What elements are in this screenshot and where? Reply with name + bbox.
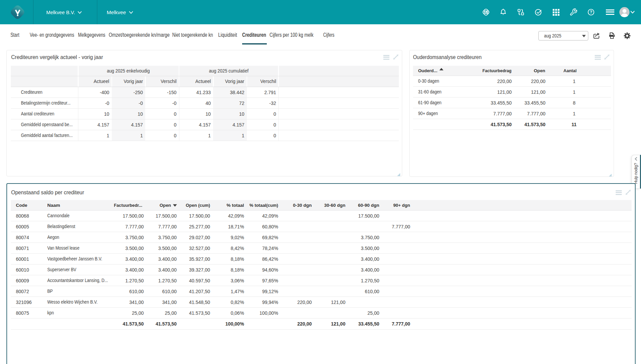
svg-text:?: ? (590, 10, 592, 15)
